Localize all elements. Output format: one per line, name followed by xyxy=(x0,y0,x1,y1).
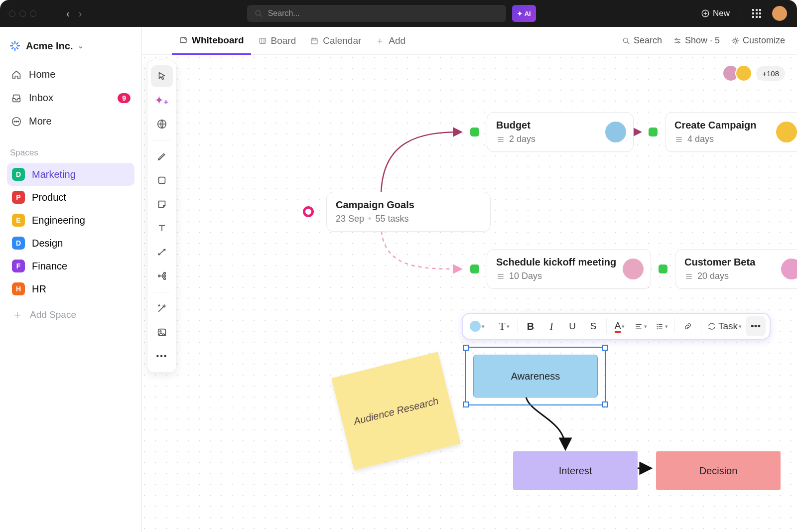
mindmap-icon xyxy=(156,270,167,281)
fill-color[interactable]: ▾ xyxy=(467,316,488,336)
tool-magic[interactable] xyxy=(151,297,173,319)
plus-icon: ＋ xyxy=(375,34,385,47)
search-icon xyxy=(622,36,631,45)
svg-point-20 xyxy=(160,331,161,332)
whiteboard-canvas[interactable]: +108 ✦₊ ••• xyxy=(142,55,797,532)
bold-button[interactable]: B xyxy=(521,316,540,336)
shape-interest[interactable]: Interest xyxy=(513,451,638,490)
pen-icon xyxy=(156,151,167,162)
connector-icon xyxy=(156,247,167,258)
card-kickoff[interactable]: Schedule kickoff meeting 10 Days xyxy=(487,249,651,289)
window-titlebar: ‹ › Search... ✦ AI New xyxy=(0,0,797,27)
text-color[interactable]: A▾ xyxy=(610,316,630,336)
global-search[interactable]: Search... xyxy=(247,5,506,22)
card-create-campaign[interactable]: Create Campaign 4 days xyxy=(665,112,797,152)
svg-rect-6 xyxy=(180,37,186,42)
tool-shape[interactable] xyxy=(151,169,173,191)
apps-grid-icon[interactable] xyxy=(752,9,761,18)
logo-icon xyxy=(9,40,21,52)
avatar xyxy=(623,259,644,279)
tool-pen[interactable] xyxy=(151,145,173,167)
space-item-marketing[interactable]: DMarketing xyxy=(7,163,134,186)
tool-more[interactable]: ••• xyxy=(151,345,173,367)
workspace-switcher[interactable]: Acme Inc. ⌄ xyxy=(7,36,134,63)
new-button[interactable]: New xyxy=(701,8,730,18)
customize-button[interactable]: Customize xyxy=(731,35,785,46)
selection-outline[interactable] xyxy=(465,347,606,405)
svg-rect-7 xyxy=(260,38,266,43)
more-icon xyxy=(11,116,22,127)
space-item-hr[interactable]: HHR xyxy=(7,277,134,300)
convert-task[interactable]: Task▾ xyxy=(704,316,745,336)
search-placeholder: Search... xyxy=(268,9,300,18)
svg-point-4 xyxy=(16,121,17,122)
collaborators[interactable]: +108 xyxy=(726,65,785,82)
user-avatar[interactable] xyxy=(772,6,787,21)
whiteboard-toolbox: ✦₊ ••• xyxy=(147,60,177,373)
window-controls[interactable] xyxy=(9,10,36,17)
toolbar-more[interactable]: ••• xyxy=(746,316,766,336)
add-space[interactable]: ＋ Add Space xyxy=(7,300,134,329)
status-dot-icon xyxy=(470,265,479,273)
status-ring-icon xyxy=(303,206,314,217)
avatar xyxy=(605,122,626,142)
sidebar: Acme Inc. ⌄ Home Inbox 9 More Spaces DMa… xyxy=(0,27,142,532)
inbox-badge: 9 xyxy=(118,93,131,103)
list-icon xyxy=(684,272,693,281)
space-icon: E xyxy=(12,214,25,227)
tool-connector[interactable] xyxy=(151,241,173,263)
ai-button[interactable]: ✦ AI xyxy=(512,5,536,22)
sparkle-icon: ✦ xyxy=(517,10,523,17)
tool-mindmap[interactable] xyxy=(151,265,173,287)
strike-button[interactable]: S xyxy=(583,316,603,336)
cursor-icon xyxy=(156,71,167,82)
space-icon: P xyxy=(12,191,25,204)
underline-button[interactable]: U xyxy=(562,316,582,336)
tool-sticky[interactable] xyxy=(151,193,173,215)
nav-back[interactable]: ‹ xyxy=(66,8,70,19)
more-collaborators[interactable]: +108 xyxy=(756,66,785,81)
tool-ai[interactable]: ✦₊ xyxy=(151,89,173,111)
list-icon xyxy=(496,135,505,144)
status-dot-icon xyxy=(659,265,667,273)
space-item-product[interactable]: PProduct xyxy=(7,186,134,209)
card-campaign-goals[interactable]: Campaign Goals 23 Sep•55 tasks xyxy=(326,192,491,232)
nav-forward[interactable]: › xyxy=(79,8,82,19)
align-button[interactable]: ▾ xyxy=(631,316,651,336)
tool-select[interactable] xyxy=(151,65,173,87)
tool-text[interactable] xyxy=(151,217,173,239)
tool-web[interactable] xyxy=(151,113,173,135)
svg-point-3 xyxy=(14,121,15,122)
show-toggle[interactable]: Show · 5 xyxy=(673,35,720,46)
add-view[interactable]: ＋ Add xyxy=(368,27,412,55)
font-size[interactable]: T▾ xyxy=(494,316,514,336)
svg-point-17 xyxy=(164,275,166,277)
tab-whiteboard[interactable]: Whiteboard xyxy=(172,27,251,55)
tab-calendar[interactable]: Calendar xyxy=(303,27,368,55)
svg-rect-8 xyxy=(311,38,317,44)
sticky-note[interactable]: Audience Research xyxy=(331,352,460,470)
nav-inbox[interactable]: Inbox 9 xyxy=(7,86,134,110)
card-budget[interactable]: Budget 2 days xyxy=(487,112,634,152)
card-customer-beta[interactable]: Customer Beta 20 days xyxy=(675,249,797,289)
list-button[interactable]: ▾ xyxy=(652,316,671,336)
space-item-engineering[interactable]: EEngineering xyxy=(7,209,134,232)
plus-circle-icon xyxy=(701,9,710,18)
list-icon xyxy=(496,272,505,281)
nav-more[interactable]: More xyxy=(7,110,134,133)
italic-button[interactable]: I xyxy=(541,316,561,336)
status-dot-icon xyxy=(649,128,658,136)
shape-decision[interactable]: Decision xyxy=(656,451,781,490)
svg-point-23 xyxy=(657,328,658,329)
nav-home[interactable]: Home xyxy=(7,63,134,86)
view-search[interactable]: Search xyxy=(622,35,662,46)
inbox-icon xyxy=(11,93,22,104)
link-button[interactable] xyxy=(678,316,698,336)
ellipsis-icon: ••• xyxy=(751,321,761,332)
board-icon xyxy=(258,36,267,45)
space-item-finance[interactable]: FFinance xyxy=(7,255,134,277)
space-item-design[interactable]: DDesign xyxy=(7,232,134,255)
tab-board[interactable]: Board xyxy=(251,27,303,55)
link-icon xyxy=(683,322,692,331)
tool-image[interactable] xyxy=(151,321,173,343)
